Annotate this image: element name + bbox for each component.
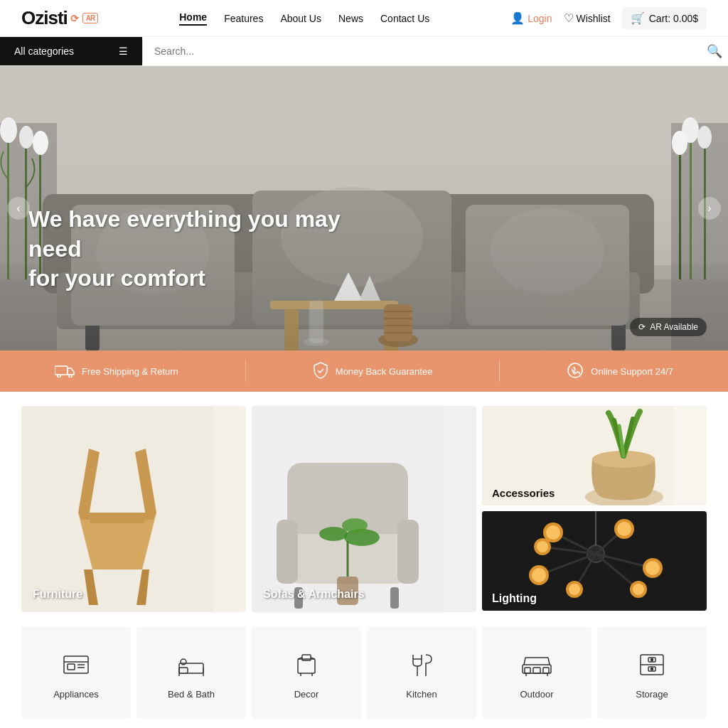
decor-icon	[292, 652, 321, 680]
shield-icon	[313, 362, 328, 381]
category-storage[interactable]: Storage	[597, 626, 707, 719]
category-bed-bath[interactable]: Bed & Bath	[136, 626, 246, 719]
cart-button[interactable]: 🛒 Cart: 0.00$	[622, 7, 707, 29]
feature-shipping: Free Shipping & Return	[55, 363, 178, 380]
nav-news[interactable]: News	[338, 13, 363, 24]
category-outdoor[interactable]: Outdoor	[482, 626, 592, 719]
search-input-wrapper	[142, 40, 701, 63]
svg-rect-59	[390, 587, 399, 609]
svg-point-80	[546, 525, 560, 540]
categories-dropdown[interactable]: All categories ☰	[0, 37, 142, 65]
svg-point-82	[617, 522, 631, 536]
svg-point-86	[633, 584, 644, 595]
right-category-column: Accessories	[482, 406, 707, 612]
storage-label: Storage	[636, 689, 668, 700]
logo-text: Ozisti	[21, 7, 68, 29]
svg-rect-113	[525, 668, 530, 673]
svg-point-90	[537, 541, 548, 552]
svg-point-88	[569, 584, 580, 595]
header: Ozisti ⟳ AR Home Features About Us News …	[0, 0, 728, 37]
search-submit-button[interactable]: 🔍	[701, 38, 728, 65]
svg-rect-94	[68, 664, 75, 670]
bed-bath-label: Bed & Bath	[168, 689, 215, 700]
svg-point-44	[568, 363, 582, 378]
nav-features[interactable]: Features	[224, 13, 263, 24]
svg-rect-114	[533, 668, 540, 673]
feature-divider-1	[245, 360, 246, 382]
svg-point-126	[651, 668, 653, 670]
ar-icon: ⟳	[638, 322, 646, 332]
category-accessories[interactable]: Accessories	[482, 406, 707, 505]
main-nav: Home Features About Us News Contact Us	[179, 11, 429, 26]
truck-icon	[55, 363, 75, 380]
categories-section: Furniture	[0, 392, 728, 626]
appliances-icon	[62, 652, 90, 680]
search-icon: 🔍	[707, 44, 722, 58]
svg-rect-57	[397, 520, 419, 584]
svg-line-119	[548, 658, 550, 665]
hero-prev-button[interactable]: ‹	[7, 197, 30, 220]
svg-marker-52	[78, 513, 156, 520]
kitchen-icon	[407, 652, 436, 680]
menu-icon: ☰	[119, 46, 128, 57]
logo[interactable]: Ozisti ⟳ AR	[21, 7, 98, 29]
support-label: Online Support 24/7	[591, 366, 673, 377]
svg-point-64	[342, 518, 368, 532]
svg-point-78	[532, 568, 546, 582]
header-actions: 👤 Login ♡ Wishlist 🛒 Cart: 0.00$	[510, 7, 707, 29]
categories-label: All categories	[14, 46, 74, 57]
svg-point-43	[69, 375, 72, 378]
main-categories-grid: Furniture	[21, 406, 707, 612]
hero-next-button[interactable]: ›	[698, 197, 721, 220]
svg-rect-45	[21, 406, 213, 612]
accessories-label: Accessories	[492, 487, 555, 499]
category-appliances[interactable]: Appliances	[21, 626, 131, 719]
feature-support: Online Support 24/7	[567, 362, 673, 381]
svg-point-84	[646, 561, 660, 575]
furniture-label: Furniture	[33, 588, 82, 600]
heart-icon: ♡	[564, 11, 574, 25]
svg-point-125	[651, 658, 653, 660]
sofas-label: Sofas & Armchairs	[263, 588, 365, 600]
category-lighting[interactable]: Lighting	[482, 511, 707, 611]
category-kitchen[interactable]: Kitchen	[367, 626, 476, 719]
svg-rect-56	[277, 520, 298, 584]
outdoor-icon	[521, 652, 552, 680]
svg-rect-104	[298, 659, 315, 673]
nav-contact[interactable]: Contact Us	[380, 13, 429, 24]
category-decor[interactable]: Decor	[252, 626, 361, 719]
svg-line-118	[524, 658, 525, 665]
category-sofas[interactable]: Sofas & Armchairs	[252, 406, 476, 612]
user-icon: 👤	[510, 11, 525, 25]
kitchen-label: Kitchen	[406, 689, 437, 700]
guarantee-label: Money Back Guarantee	[336, 366, 433, 377]
hero-section: We have everything you may need for your…	[0, 66, 728, 350]
phone-icon	[567, 362, 584, 381]
decor-label: Decor	[294, 689, 319, 700]
hero-arrows: ‹ ›	[0, 197, 728, 220]
logo-ar-badge: AR	[82, 13, 98, 23]
svg-rect-98	[179, 668, 188, 673]
storage-icon	[638, 652, 666, 680]
cart-icon: 🛒	[631, 11, 645, 25]
feature-guarantee: Money Back Guarantee	[313, 362, 433, 381]
svg-point-63	[319, 527, 348, 541]
nav-home[interactable]: Home	[179, 11, 207, 26]
search-input[interactable]	[154, 46, 690, 57]
lighting-label: Lighting	[492, 592, 537, 604]
nav-about[interactable]: About Us	[280, 13, 321, 24]
svg-rect-101	[181, 659, 186, 665]
shipping-label: Free Shipping & Return	[82, 366, 178, 377]
svg-rect-112	[523, 665, 551, 673]
wishlist-button[interactable]: ♡ Wishlist	[564, 11, 611, 25]
category-furniture[interactable]: Furniture	[21, 406, 246, 612]
svg-rect-105	[302, 655, 311, 660]
features-bar: Free Shipping & Return Money Back Guaran…	[0, 350, 728, 392]
hero-headline-2: for your comfort	[28, 265, 205, 291]
appliances-label: Appliances	[53, 689, 99, 700]
feature-divider-2	[499, 360, 500, 382]
login-button[interactable]: 👤 Login	[510, 11, 552, 25]
ar-available-badge: ⟳ AR Available	[630, 318, 707, 336]
svg-rect-40	[309, 301, 323, 343]
svg-rect-41	[55, 366, 68, 375]
